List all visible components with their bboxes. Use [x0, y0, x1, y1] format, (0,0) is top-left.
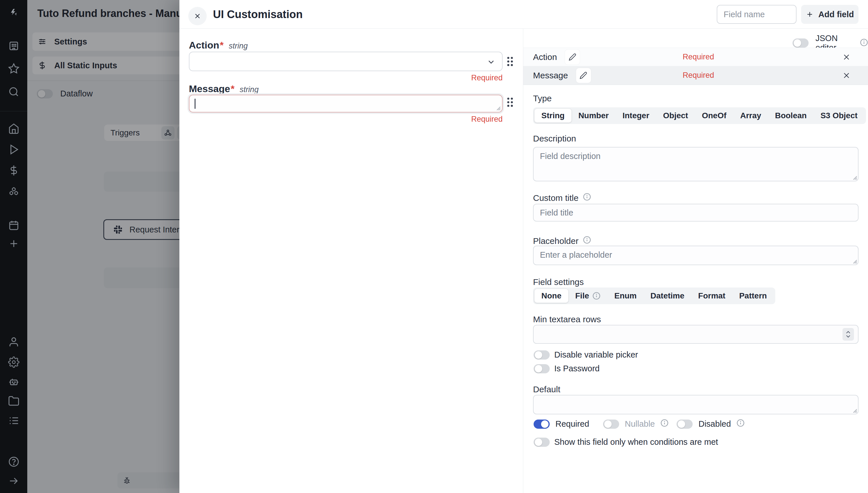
option-object[interactable]: Object [656, 109, 695, 123]
option-oneof[interactable]: OneOf [695, 109, 733, 123]
stepper-up-icon[interactable] [845, 330, 851, 334]
description-textarea[interactable] [533, 147, 859, 181]
billing-icon[interactable] [8, 165, 20, 176]
folder-icon[interactable] [8, 395, 20, 407]
edit-field-button[interactable] [576, 68, 591, 83]
close-icon [193, 12, 202, 20]
blocks-icon[interactable] [8, 185, 20, 197]
add-field-label: Add field [818, 10, 854, 19]
json-editor-toggle[interactable] [792, 39, 809, 48]
info-icon [583, 236, 591, 244]
default-textarea[interactable] [533, 395, 859, 414]
pencil-icon [569, 53, 576, 61]
plus-icon [806, 10, 814, 18]
option-label: Format [698, 291, 725, 300]
disable-variable-picker-toggle[interactable] [534, 350, 550, 360]
sidebar-divider [0, 111, 27, 111]
remove-field-button[interactable] [842, 52, 851, 62]
option-integer[interactable]: Integer [616, 109, 656, 123]
option-pattern[interactable]: Pattern [732, 289, 774, 303]
action-validation-message: Required [189, 73, 503, 82]
app-sidebar [0, 0, 27, 493]
option-enum[interactable]: Enum [607, 289, 643, 303]
edit-field-button[interactable] [565, 50, 580, 65]
search-icon[interactable] [8, 86, 20, 98]
option-array[interactable]: Array [733, 109, 768, 123]
message-textarea[interactable] [189, 95, 503, 112]
info-icon [737, 419, 745, 427]
workspace-icon[interactable] [8, 40, 20, 52]
option-format[interactable]: Format [691, 289, 732, 303]
stepper-down-icon[interactable] [845, 334, 851, 338]
add-field-button[interactable]: Add field [801, 5, 859, 24]
option-file[interactable]: File [568, 289, 607, 303]
is-password-toggle[interactable] [534, 364, 550, 373]
runs-icon[interactable] [8, 144, 20, 155]
help-icon[interactable] [8, 456, 20, 468]
field-settings-label: Field settings [533, 277, 584, 287]
action-select[interactable] [189, 52, 503, 71]
option-s3-object[interactable]: S3 Object [813, 109, 864, 123]
field-row-message[interactable]: Message Required [523, 66, 868, 85]
message-type-hint: string [240, 85, 259, 94]
min-textarea-rows-input[interactable] [533, 325, 859, 344]
description-field-wrap [533, 147, 859, 181]
modal-backdrop[interactable] [27, 0, 181, 493]
number-stepper[interactable] [843, 328, 854, 341]
field-row-name: Action [533, 52, 557, 62]
favorites-icon[interactable] [8, 63, 20, 74]
list-icon[interactable] [8, 415, 20, 427]
field-row-action[interactable]: Action Required [523, 48, 868, 66]
option-number[interactable]: Number [571, 109, 616, 123]
nullable-toggle[interactable] [603, 420, 619, 429]
action-type-hint: string [229, 42, 248, 50]
add-icon[interactable] [8, 238, 20, 250]
required-toggle[interactable] [534, 420, 550, 429]
action-drag-handle[interactable] [506, 56, 514, 67]
option-none[interactable]: None [534, 289, 568, 303]
action-field-label: Action* string [189, 40, 248, 51]
calendar-icon[interactable] [8, 219, 20, 231]
option-datetime[interactable]: Datetime [643, 289, 691, 303]
collapse-arrow-icon[interactable] [8, 475, 20, 487]
message-validation-message: Required [189, 115, 503, 124]
placeholder-info [583, 236, 591, 246]
bot-icon[interactable] [8, 376, 20, 388]
description-label: Description [533, 134, 576, 144]
option-label: OneOf [702, 111, 726, 120]
option-label: Array [740, 111, 761, 120]
disabled-toggle[interactable] [677, 420, 693, 429]
conditions-toggle[interactable] [534, 437, 550, 447]
field-settings-segmented-control: NoneFile EnumDatetimeFormatPattern [533, 287, 775, 304]
option-string[interactable]: String [534, 109, 571, 123]
profile-icon[interactable] [8, 336, 20, 348]
app-logo[interactable] [8, 7, 20, 19]
custom-title-label: Custom title [533, 193, 591, 203]
nullable-info [660, 419, 669, 429]
close-modal-button[interactable] [188, 7, 207, 25]
resize-handle-icon [851, 174, 857, 180]
min-textarea-rows-field [533, 325, 859, 344]
conditions-label: Show this field only when conditions are… [554, 437, 718, 447]
default-label: Default [533, 385, 560, 394]
field-row-status: Required [667, 52, 730, 61]
option-label: Enum [614, 291, 637, 300]
pencil-icon [579, 71, 587, 79]
option-boolean[interactable]: Boolean [768, 109, 813, 123]
option-label: S3 Object [820, 111, 858, 120]
remove-field-button[interactable] [842, 71, 851, 80]
info-icon [660, 419, 669, 427]
required-asterisk: * [231, 83, 234, 94]
type-segmented-control: StringNumberIntegerObjectOneOfArrayBoole… [533, 107, 866, 124]
field-name-input[interactable] [717, 5, 797, 24]
chevron-down-icon [487, 57, 496, 67]
type-label: Type [533, 93, 552, 103]
option-label: File [575, 291, 589, 300]
message-drag-handle[interactable] [506, 97, 514, 108]
option-label: Pattern [739, 291, 767, 300]
custom-title-input[interactable] [533, 204, 859, 221]
option-label: Number [578, 111, 609, 120]
settings-gear-icon[interactable] [8, 356, 20, 368]
placeholder-textarea[interactable] [533, 245, 859, 265]
home-icon[interactable] [8, 123, 20, 134]
